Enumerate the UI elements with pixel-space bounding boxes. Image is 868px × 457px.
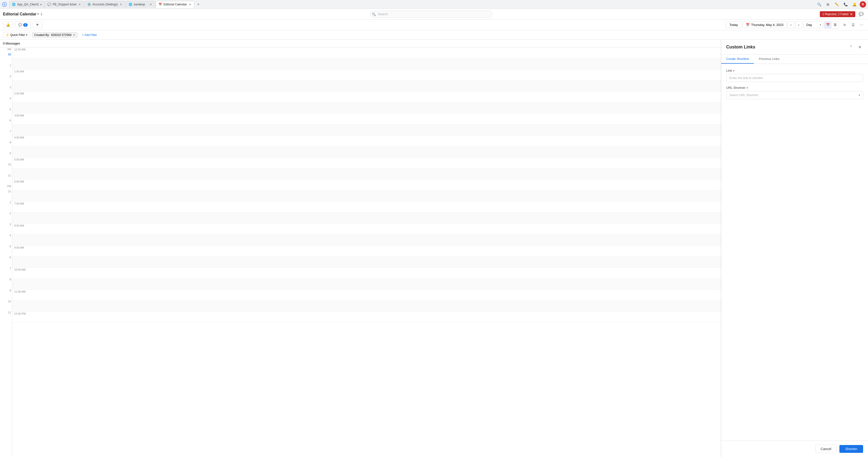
tab-icon-fb: 💬 <box>48 3 51 6</box>
bell-icon[interactable]: 🔔 <box>851 1 858 8</box>
hour-8-pm: 8 <box>0 278 12 288</box>
next-date-button[interactable]: › <box>795 22 802 28</box>
tab-label-accounts: Accounts (Settings) <box>92 3 118 6</box>
list-view-button[interactable]: ☰ <box>832 22 839 28</box>
filter-tag-remove-icon[interactable]: ✕ <box>73 33 75 37</box>
hour-11-pm: 11 <box>0 311 12 321</box>
chevron-down-icon: ▾ <box>40 3 41 6</box>
tab-create-shortlink[interactable]: Create Shortlink <box>721 55 754 64</box>
quick-filter-icon: ⚡ <box>6 33 9 37</box>
info-icon[interactable]: ℹ <box>41 12 42 16</box>
link-label-text: Link <box>726 69 732 73</box>
edit-icon[interactable]: ✏️ <box>833 1 840 8</box>
date-display[interactable]: 📅 Thursday, May 4, 2023 <box>743 22 786 28</box>
time-label-500am: 5:00 AM <box>12 158 24 161</box>
tab-sandeep[interactable]: 🌐 sandeep ✕ <box>126 1 155 8</box>
panel-header: Custom Links ⌃ ✕ <box>721 40 868 55</box>
panel-footer: Cancel Shorten <box>721 440 868 457</box>
tab-app-qa[interactable]: 🌐 App_QA_Client1 ▾ <box>9 1 44 8</box>
main-layout: 0 Messages AM 12 1 2 3 4 5 6 7 8 9 10 11… <box>0 40 868 457</box>
time-row-1230am <box>12 58 721 69</box>
panel-close-button[interactable]: ✕ <box>856 44 863 50</box>
watch-button[interactable]: 👁 <box>33 22 42 28</box>
time-row-900am: 9:00 AM <box>12 246 721 257</box>
tab-right-icons: 🔍 ⊞ ✏️ 📞 🔔 R <box>816 1 866 8</box>
apps-icon[interactable]: ⊞ <box>825 1 831 8</box>
close-icon: ✕ <box>858 45 861 50</box>
tab-label-sandeep: sandeep <box>134 3 148 6</box>
quick-filter-button[interactable]: ⚡ Quick Filter ▾ <box>3 32 30 38</box>
time-row-400am: 4:00 AM <box>12 136 721 146</box>
current-date-text: Thursday, May 4, 2023 <box>751 23 783 27</box>
header-search-input[interactable] <box>370 10 492 18</box>
calendar-area: 0 Messages AM 12 1 2 3 4 5 6 7 8 9 10 11… <box>0 40 721 457</box>
tab-editorial[interactable]: 📅 Editorial Calendar ✕ <box>156 1 194 8</box>
tab-accounts[interactable]: ⚙️ Accounts (Settings) ✕ <box>85 1 125 8</box>
time-row-230am <box>12 103 721 114</box>
hour-2-am: 2 <box>0 75 12 85</box>
time-row-800am: 8:00 AM <box>12 224 721 235</box>
time-label-700am: 7:00 AM <box>12 202 24 205</box>
app-title-text: Editorial Calendar <box>3 12 36 17</box>
panel-tabs: Create Shortlink Previous Links <box>721 55 868 64</box>
rejected-badge-close-icon[interactable]: ✕ <box>850 12 853 16</box>
comment-count-badge: 0 <box>23 23 28 27</box>
time-row-1100am: 11:00 AM <box>12 290 721 301</box>
cancel-button[interactable]: Cancel <box>815 445 836 453</box>
svg-text:S: S <box>4 3 5 6</box>
hour-9-am: 9 <box>0 151 12 163</box>
today-button[interactable]: Today <box>726 22 742 28</box>
search-icon[interactable]: 🔍 <box>816 1 823 8</box>
time-row-1200pm: 12:00 PM <box>12 312 721 323</box>
panel-header-icons: ⌃ ✕ <box>847 44 863 50</box>
time-label-300am: 3:00 AM <box>12 114 24 117</box>
comment-button[interactable]: 💬 0 <box>15 22 31 28</box>
grid-view-button[interactable]: 📅 <box>824 22 832 28</box>
tab-close-editorial[interactable]: ✕ <box>188 3 192 6</box>
avatar[interactable]: R <box>860 1 866 7</box>
tab-close-accounts[interactable]: ✕ <box>119 3 123 6</box>
link-input[interactable] <box>726 74 863 82</box>
tab-bar: S 🌐 App_QA_Client1 ▾ 💬 FB_SUpport ticket… <box>0 0 868 9</box>
add-filter-button[interactable]: + Add Filter <box>80 32 99 38</box>
hour-10-pm: 10 <box>0 299 12 311</box>
url-shortner-required-indicator: ● <box>746 86 748 89</box>
time-label-1100am: 11:00 AM <box>12 290 25 293</box>
tab-close-fb[interactable]: ✕ <box>78 3 82 6</box>
phone-icon[interactable]: 📞 <box>842 1 849 8</box>
tab-icon-sandeep: 🌐 <box>129 3 132 6</box>
tab-icon-editorial: 📅 <box>158 3 162 6</box>
link-required-indicator: ● <box>733 69 735 72</box>
calendar-body[interactable]: AM 12 1 2 3 4 5 6 7 8 9 10 11 PM 12 1 2 … <box>0 48 721 457</box>
time-label-600am: 6:00 AM <box>12 179 24 183</box>
hour-5-pm: 5 <box>0 245 12 255</box>
time-row-530am <box>12 169 721 179</box>
hour-12-pm: 12 <box>0 189 12 200</box>
time-row-330am <box>12 124 721 136</box>
filter-bar: ⚡ Quick Filter ▾ Created By: 826316 5725… <box>0 30 868 40</box>
refresh-button[interactable]: ↻ <box>841 21 848 29</box>
new-tab-button[interactable]: + <box>195 1 202 8</box>
shorten-button[interactable]: Shorten <box>839 445 863 453</box>
alert-button[interactable]: 🔔 <box>3 22 13 28</box>
prev-date-button[interactable]: ‹ <box>787 22 795 28</box>
hour-9-pm: 9 <box>0 288 12 299</box>
settings-icon-button[interactable]: ☰ <box>849 21 857 29</box>
rejected-badge-text: 1 Rejected, 2 Failed <box>822 12 848 16</box>
tab-fb-support[interactable]: 💬 FB_SUpport ticket ✕ <box>45 1 84 8</box>
chat-icon-button[interactable]: 💬 <box>857 10 865 18</box>
tab-previous-links[interactable]: Previous Links <box>754 55 784 64</box>
tab-label-app-qa: App_QA_Client1 <box>17 3 39 6</box>
panel-collapse-button[interactable]: ⌃ <box>847 44 854 50</box>
time-row-700am: 7:00 AM <box>12 202 721 212</box>
day-select[interactable]: DayWeekMonth <box>803 22 823 28</box>
app-title[interactable]: Editorial Calendar ▾ <box>3 12 39 17</box>
hour-8-am: 8 <box>0 140 12 151</box>
app-logo: S <box>2 1 8 7</box>
more-options-button[interactable]: ⋯ <box>858 21 865 29</box>
tab-close-sandeep[interactable]: ✕ <box>149 3 153 6</box>
pm-label: PM <box>0 184 12 189</box>
url-shortner-select[interactable]: Select URL Shortner <box>726 91 863 99</box>
tab-icon-app-qa: 🌐 <box>12 3 16 6</box>
rejected-badge[interactable]: 1 Rejected, 2 Failed ✕ <box>820 11 855 17</box>
